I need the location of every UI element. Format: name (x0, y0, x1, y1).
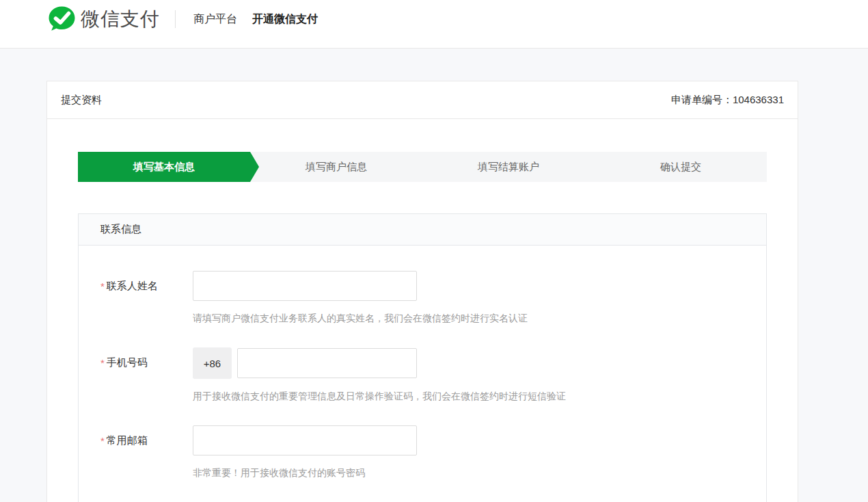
contact-name-input[interactable] (193, 271, 417, 301)
contact-name-row: * 联系人姓名 请填写商户微信支付业务联系人的真实姓名，我们会在微信签约时进行实… (100, 271, 744, 325)
mobile-number-label: * 手机号码 (100, 347, 193, 378)
wechat-pay-logo[interactable]: 微信支付 (48, 5, 160, 33)
contact-name-help: 请填写商户微信支付业务联系人的真实姓名，我们会在微信签约时进行实名认证 (193, 313, 528, 325)
wechat-bubble-check-icon (48, 5, 76, 33)
step-settlement-account[interactable]: 填写结算账户 (422, 152, 595, 182)
required-marker: * (100, 280, 105, 292)
step-merchant-info[interactable]: 填写商户信息 (250, 152, 422, 182)
step-label: 填写结算账户 (478, 161, 539, 174)
application-number: 申请单编号：104636331 (671, 94, 784, 107)
step-basic-info[interactable]: 填写基本信息 (78, 152, 250, 182)
step-label: 确认提交 (660, 161, 701, 174)
email-row: * 常用邮箱 非常重要！用于接收微信支付的账号密码 (100, 425, 744, 479)
step-label: 填写基本信息 (133, 161, 195, 174)
top-nav: 商户平台 开通微信支付 (193, 12, 333, 27)
email-input[interactable] (193, 425, 417, 455)
mobile-number-help: 用于接收微信支付的重要管理信息及日常操作验证码，我们会在微信签约时进行短信验证 (193, 391, 566, 403)
section-title: 联系信息 (100, 223, 141, 236)
top-bar: 微信支付 商户平台 开通微信支付 (0, 0, 868, 49)
logo-text: 微信支付 (81, 6, 160, 32)
nav-item-merchant-platform[interactable]: 商户平台 (193, 12, 237, 27)
submit-materials-panel: 提交资料 申请单编号：104636331 填写基本信息 填写商户信息 填写结算账… (46, 81, 798, 502)
contact-name-label: * 联系人姓名 (100, 271, 193, 301)
nav-divider (175, 10, 176, 28)
step-label: 填写商户信息 (306, 161, 367, 174)
section-header: 联系信息 (79, 214, 766, 246)
country-code-prefix: +86 (193, 347, 232, 379)
required-marker: * (100, 357, 105, 369)
step-confirm-submit[interactable]: 确认提交 (595, 152, 767, 182)
contact-info-section: 联系信息 * 联系人姓名 请填写商户微信支付业务联系人的真实姓名，我们会在微信签… (78, 213, 767, 502)
email-help: 非常重要！用于接收微信支付的账号密码 (193, 467, 417, 479)
email-label: * 常用邮箱 (100, 425, 193, 455)
mobile-number-row: * 手机号码 +86 用于接收微信支付的重要管理信息及日常操作验证码，我们会在微… (100, 347, 744, 403)
nav-item-open-wechat-pay[interactable]: 开通微信支付 (252, 12, 318, 27)
progress-steps: 填写基本信息 填写商户信息 填写结算账户 确认提交 (78, 152, 767, 182)
panel-header: 提交资料 申请单编号：104636331 (47, 81, 798, 119)
required-marker: * (100, 435, 105, 447)
panel-title: 提交资料 (61, 94, 102, 107)
mobile-number-input[interactable] (237, 348, 417, 378)
